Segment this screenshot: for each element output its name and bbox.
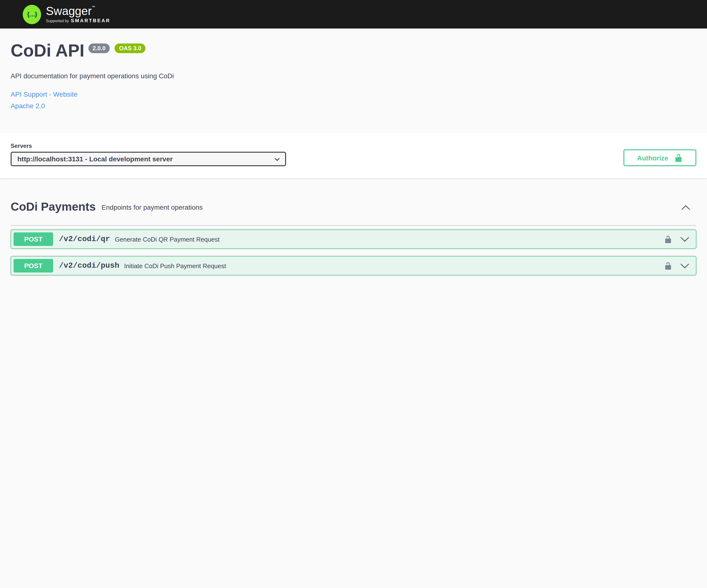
brand-text: Swagger™ Supported by SMARTBEAR <box>46 5 110 23</box>
section-description: Endpoints for payment operations <box>101 203 203 212</box>
operation-summary: Generate CoDi QR Payment Request <box>115 236 664 243</box>
expand-operation-button[interactable] <box>680 261 689 271</box>
authorization-lock-button[interactable] <box>664 262 672 270</box>
server-select[interactable]: http://localhost:3131 - Local developmen… <box>11 152 286 166</box>
chevron-up-icon[interactable] <box>681 203 691 213</box>
api-title: CoDi API 2.0.0 OAS 3.0 <box>11 42 696 60</box>
info-link[interactable]: Apache 2.0 <box>11 102 696 110</box>
opblock-tag-section: CoDi Information Endpoints for retrievin… <box>11 283 696 294</box>
unlock-icon <box>664 235 672 243</box>
opblock-tag-section: CoDi Payments Endpoints for payment oper… <box>11 191 696 275</box>
operation-path: /v2/codi/push <box>59 262 120 270</box>
chevron-down-icon <box>274 156 280 162</box>
operation-summary: Initiate CoDi Push Payment Request <box>124 262 664 269</box>
expand-operation-button[interactable] <box>680 234 689 244</box>
authorize-label: Authorize <box>637 154 668 162</box>
section-header[interactable]: CoDi Payments Endpoints for payment oper… <box>11 191 696 226</box>
chevron-down-icon <box>680 234 689 244</box>
authorization-lock-button[interactable] <box>664 235 672 243</box>
version-badge: 2.0.0 <box>88 43 110 53</box>
swagger-logo-icon: {…} <box>23 5 41 24</box>
unlock-icon <box>664 262 672 270</box>
method-badge: POST <box>13 232 53 246</box>
section-header[interactable]: CoDi Information Endpoints for retrievin… <box>11 283 696 294</box>
api-description: API documentation for payment operations… <box>11 72 696 80</box>
operation-row[interactable]: POST /v2/codi/push Initiate CoDi Push Pa… <box>11 256 696 275</box>
section-title: CoDi Information <box>11 287 105 294</box>
swagger-ui-page: {…} Swagger™ Supported by SMARTBEAR CoDi… <box>0 0 707 294</box>
swagger-logo-glyph: {…} <box>27 11 37 18</box>
smartbear-logo-text: SMARTBEAR <box>71 19 110 23</box>
supported-by-label: Supported by <box>46 19 69 23</box>
operation-row[interactable]: POST /v2/codi/qr Generate CoDi QR Paymen… <box>11 230 696 249</box>
trademark-symbol: ™ <box>92 5 95 9</box>
server-select-value: http://localhost:3131 - Local developmen… <box>18 155 173 163</box>
unlock-icon <box>674 153 683 162</box>
section-title: CoDi Payments <box>11 195 96 220</box>
method-badge: POST <box>13 259 53 273</box>
info-links: API Support - WebsiteApache 2.0 <box>11 90 696 110</box>
oas-badge: OAS 3.0 <box>115 43 146 53</box>
servers-block: Servers http://localhost:3131 - Local de… <box>11 142 286 166</box>
brand-subtitle: Supported by SMARTBEAR <box>46 19 110 23</box>
info-section: CoDi API 2.0.0 OAS 3.0 API documentation… <box>0 29 707 133</box>
topbar: {…} Swagger™ Supported by SMARTBEAR <box>0 0 707 29</box>
operation-path: /v2/codi/qr <box>59 235 110 243</box>
servers-label: Servers <box>11 142 286 149</box>
swagger-brand[interactable]: {…} Swagger™ Supported by SMARTBEAR <box>23 5 110 24</box>
operations-area: CoDi Payments Endpoints for payment oper… <box>0 178 707 294</box>
brand-name: Swagger™ <box>46 5 110 17</box>
section-operations: POST /v2/codi/qr Generate CoDi QR Paymen… <box>11 230 696 275</box>
authorize-button[interactable]: Authorize <box>624 149 696 166</box>
sections-root: CoDi Payments Endpoints for payment oper… <box>11 191 696 294</box>
scheme-container: Servers http://localhost:3131 - Local de… <box>0 133 707 178</box>
info-link[interactable]: API Support - Website <box>11 90 696 98</box>
api-title-text: CoDi API <box>11 42 84 60</box>
chevron-down-icon <box>680 261 689 271</box>
